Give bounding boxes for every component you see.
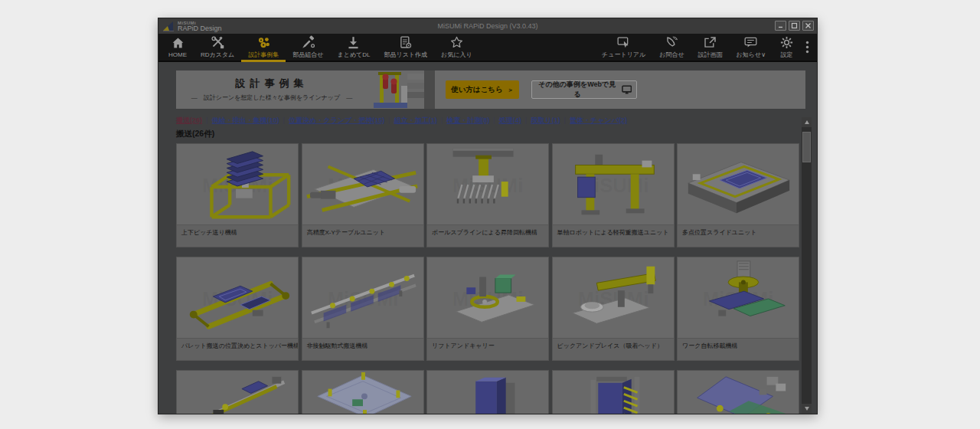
logo-icon (162, 21, 175, 32)
toolbar-item-batch-download[interactable]: まとめてDL (331, 34, 377, 61)
scroll-down-button[interactable] (802, 404, 812, 414)
example-card-grid: MiSUMi上下ピッチ送り機構MiSUMi高精度X-YテーブルユニットMiSUM… (176, 143, 799, 414)
toolbar-left: HOMERDカスタム設計事例集部品組合せまとめてDL部品リスト作成お気に入り (162, 34, 479, 61)
triangle-up-icon (805, 120, 809, 124)
category-link-6[interactable]: 処理(4) (499, 116, 521, 124)
toolbar-item-design-screen[interactable]: 設計画面 (691, 34, 730, 61)
cad-thumbnail (553, 371, 674, 414)
toolbar-item-label: 部品組合せ (292, 51, 323, 59)
category-link-4[interactable]: 組立・加工(1) (394, 116, 437, 124)
minimize-button[interactable] (775, 21, 786, 31)
external-icon (703, 35, 717, 50)
logo-text-large: RAPiD Design (178, 25, 222, 32)
gear-icon (779, 35, 794, 50)
cad-thumbnail (302, 371, 423, 414)
example-card-4[interactable]: MiSUMi単軸ロボットによる軽荷重搬送ユニット (552, 143, 675, 247)
vertical-scrollbar[interactable] (802, 117, 812, 414)
card-title: 高精度X-Yテーブルユニット (302, 224, 423, 247)
toolbar-item-settings[interactable]: 設定 (773, 34, 801, 61)
maximize-button[interactable] (789, 21, 800, 31)
example-card-14[interactable] (552, 370, 675, 414)
card-title: ボールスプラインによる昇降回転機構 (427, 224, 548, 247)
titlebar: MiSUMi RAPiD Design MiSUMi RAPiD Design … (158, 18, 817, 34)
toolbar-more-button[interactable] (801, 34, 814, 61)
maximize-icon (791, 22, 798, 29)
scroll-up-button[interactable] (802, 117, 812, 127)
category-link-5[interactable]: 検査・計測(8) (446, 116, 489, 124)
toolbar-item-label: お気に入り (441, 51, 472, 59)
toolbar-item-label: 設計画面 (698, 51, 723, 59)
category-separator: | (441, 116, 443, 124)
toolbar-item-parts-list[interactable]: 部品リスト作成 (377, 34, 434, 61)
example-card-15[interactable] (677, 370, 799, 414)
category-link-2[interactable]: 供給・排出・集積(10) (212, 116, 279, 124)
tutorial-icon (616, 35, 631, 50)
app-window: MiSUMi RAPiD Design MiSUMi RAPiD Design … (158, 18, 817, 414)
section-title: 搬送(26件) (176, 129, 214, 139)
toolbar-item-design-examples[interactable]: 設計事例集 (241, 34, 286, 61)
toolbar-item-favorites[interactable]: お気に入り (434, 34, 479, 61)
cad-thumbnail (427, 371, 548, 414)
toolbar-item-label: HOME (168, 51, 187, 58)
category-link-7[interactable]: 段取り(1) (531, 116, 560, 124)
view-web-examples-button[interactable]: その他の事例をWebで見る (531, 80, 637, 99)
window-title: MiSUMi RAPiD Design (V3.0.43) (158, 22, 817, 30)
example-card-12[interactable] (302, 370, 424, 414)
document-gear-icon (398, 35, 413, 50)
toolbar-item-label: お知らせ∨ (737, 51, 766, 59)
bubble-icon (743, 35, 758, 50)
cad-thumbnail: MiSUMi (678, 144, 799, 224)
category-link-3[interactable]: 位置決め・クランプ・把持(15) (289, 116, 384, 124)
cad-thumbnail (177, 371, 298, 414)
example-card-11[interactable] (176, 370, 299, 414)
example-card-9[interactable]: MiSUMiピックアンドプレイス（吸着ヘッド） (552, 257, 675, 361)
toolbar-item-label: 設定 (781, 51, 793, 59)
toolbar-item-home[interactable]: HOME (162, 34, 194, 61)
card-title: ピックアンドプレイス（吸着ヘッド） (553, 338, 674, 360)
cad-thumbnail: MiSUMi (302, 144, 423, 224)
example-card-13[interactable] (426, 370, 549, 414)
banner-title: 設計事例集 (176, 77, 368, 90)
example-card-5[interactable]: MiSUMi多点位置スライドユニット (677, 143, 799, 247)
minimize-icon (777, 22, 784, 29)
example-card-10[interactable]: MiSUMiワーク自転移載機構 (677, 257, 799, 361)
toolbar: HOMERDカスタム設計事例集部品組合せまとめてDL部品リスト作成お気に入り チ… (158, 34, 817, 62)
banner-text: 設計事例集 ― 設計シーンを想定した様々な事例をラインナップ ― (176, 77, 368, 102)
window-controls (775, 21, 814, 31)
cad-thumbnail: MiSUMi (177, 144, 298, 224)
view-web-examples-label: その他の事例をWebで見る (537, 80, 618, 100)
toolbar-item-contact[interactable]: お問合せ (652, 34, 691, 61)
example-card-6[interactable]: MiSUMiパレット搬送の位置決めとストッパー機構 (176, 257, 299, 361)
toolbar-item-label: 部品リスト作成 (384, 51, 427, 59)
example-card-8[interactable]: MiSUMiリフトアンドキャリー (426, 257, 549, 361)
card-title: 多点位置スライドユニット (678, 224, 799, 247)
cad-thumbnail: MiSUMi (302, 257, 423, 338)
toolbar-item-tutorial[interactable]: チュートリアル (595, 34, 652, 61)
example-card-7[interactable]: MiSUMi非接触駆動式搬送機構 (302, 257, 424, 361)
card-title: リフトアンドキャリー (427, 338, 548, 360)
toolbar-right: チュートリアルお問合せ設計画面お知らせ∨設定 (595, 34, 801, 61)
download-icon (346, 35, 361, 50)
design-examples-banner: 設計事例集 ― 設計シーンを想定した様々な事例をラインナップ ― 使い方はこちら… (176, 70, 805, 109)
card-title: 上下ピッチ送り機構 (177, 224, 298, 247)
category-separator: | (525, 116, 528, 124)
tools-icon (211, 35, 225, 50)
example-card-1[interactable]: MiSUMi上下ピッチ送り機構 (176, 143, 299, 247)
example-card-2[interactable]: MiSUMi高精度X-Yテーブルユニット (302, 143, 424, 247)
banner-subtitle: ― 設計シーンを想定した様々な事例をラインナップ ― (176, 93, 368, 102)
usage-guide-button[interactable]: 使い方はこちら ＞ (446, 80, 519, 99)
usage-guide-label: 使い方はこちら (451, 85, 503, 95)
toolbar-item-rd-custom[interactable]: RDカスタム (194, 34, 241, 61)
parts-cluster-icon (256, 35, 271, 50)
app-logo: MiSUMi RAPiD Design (162, 21, 222, 32)
scrollbar-thumb[interactable] (802, 132, 811, 162)
home-icon (171, 36, 185, 51)
example-card-3[interactable]: MiSUMiボールスプラインによる昇降回転機構 (426, 143, 549, 247)
cad-thumbnail: MiSUMi (553, 144, 674, 224)
category-link-1[interactable]: 搬送(26) (176, 116, 202, 124)
card-title: 非接触駆動式搬送機構 (302, 338, 423, 360)
toolbar-item-notice[interactable]: お知らせ∨ (730, 34, 773, 61)
toolbar-item-parts-combination[interactable]: 部品組合せ (286, 34, 330, 61)
category-link-8[interactable]: 筐体・チャンバ(2) (570, 116, 627, 124)
close-button[interactable] (802, 21, 814, 31)
